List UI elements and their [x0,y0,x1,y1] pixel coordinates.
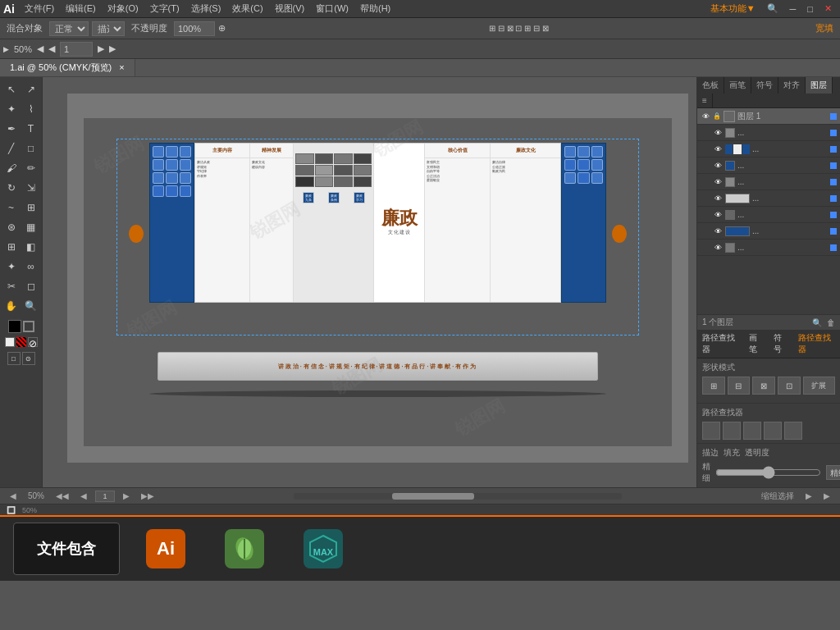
tab-color[interactable]: 路径查找器 [697,330,744,358]
menu-help[interactable]: 帮助(H) [355,1,395,16]
pf-btn-4[interactable] [764,422,782,440]
shape-tool[interactable]: □ [22,139,40,158]
workspace-menu[interactable]: 基本功能▼ [705,1,760,16]
lasso-tool[interactable]: ⌇ [22,100,40,118]
sublayer-1[interactable]: 👁 ... [697,125,840,141]
eraser-tool[interactable]: ◻ [22,277,40,295]
menu-window[interactable]: 窗口(W) [311,1,354,16]
stroke-color[interactable] [23,321,34,332]
sublayer-6-eye[interactable]: 👁 [713,210,723,220]
exclude-btn[interactable]: ⊡ [778,377,801,395]
eyedropper-tool[interactable]: ✦ [2,258,21,276]
h-scrollbar-thumb[interactable] [392,493,474,500]
minus-front-btn[interactable]: ⊟ [728,377,751,395]
page-input[interactable] [60,42,93,57]
tab-align[interactable]: 对齐 [778,77,806,94]
zoom-tool[interactable]: 🔍 [22,297,40,315]
mesh-tool[interactable]: ⊞ [2,238,21,256]
opacity-input[interactable] [174,21,215,36]
zoom-display[interactable]: 50% [25,491,48,500]
pf-btn-3[interactable] [743,422,761,440]
sublayer-7[interactable]: 👁 ... [697,223,840,240]
nav-end[interactable]: ▶▶ [138,491,158,500]
pf-btn-2[interactable] [723,422,741,440]
tab-layers[interactable]: 图层 [806,77,833,94]
blend-tool[interactable]: ∞ [22,258,40,276]
tab-symbol-2[interactable]: 符号 [769,330,793,358]
unite-btn[interactable]: ⊞ [702,377,725,395]
type-tool[interactable]: T [22,120,40,138]
menu-select[interactable]: 选择(S) [186,1,226,16]
status-arrow[interactable]: ◀ [7,491,20,500]
h-scrollbar-track[interactable] [294,493,622,500]
sublayer-5-eye[interactable]: 👁 [713,194,723,203]
nav-next[interactable]: ▶ [98,43,104,54]
line-tool[interactable]: ╱ [2,139,21,158]
sublayer-2-eye[interactable]: 👁 [713,144,723,154]
sublayer-7-eye[interactable]: 👁 [713,226,723,236]
selection-tool[interactable]: ↖ [2,80,21,98]
pen-tool[interactable]: ✒ [2,120,21,138]
menu-text[interactable]: 文字(T) [145,1,185,16]
nav-prev[interactable]: ◀ [37,43,43,54]
layer-visibility-eye[interactable]: 👁 [701,112,710,121]
scale-tool[interactable]: ⇲ [22,179,40,197]
status-arrow-right[interactable]: ▶ [802,491,815,500]
pf-btn-1[interactable] [702,422,720,440]
gradient-tool[interactable]: ◧ [22,238,40,256]
layer-add-btn[interactable]: 🔍 [812,318,822,327]
search-box[interactable]: 🔍 [762,2,783,16]
menu-edit[interactable]: 编辑(E) [61,1,101,16]
close-button[interactable]: ✕ [819,2,837,16]
taskbar-ai-app[interactable]: Ai [133,523,199,575]
right-panel-menu[interactable]: ≡ [697,94,713,107]
menu-view[interactable]: 视图(V) [270,1,310,16]
minimize-button[interactable]: ─ [785,2,801,16]
sublayer-1-eye[interactable]: 👁 [713,128,723,138]
intersect-btn[interactable]: ⊠ [752,377,775,395]
paintbrush-tool[interactable]: 🖌 [2,159,21,177]
column-graph-tool[interactable]: ▦ [22,218,40,236]
fill-color[interactable] [8,320,21,333]
layer-delete-btn[interactable]: 🗑 [827,318,835,327]
maximize-button[interactable]: □ [802,2,818,16]
menu-effect[interactable]: 效果(C) [227,1,267,16]
scissors-tool[interactable]: ✂ [2,277,21,295]
sublayer-6[interactable]: 👁 ... [697,207,840,223]
sublayer-8-eye[interactable]: 👁 [713,243,723,253]
design-canvas[interactable]: 主要内容 廉洁从政讲规矩守纪律作表率 精神发展 廉政文化建设内容 [84,118,672,446]
menu-file[interactable]: 文件(F) [20,1,59,16]
tab-close[interactable]: × [119,62,124,72]
tab-stroke-2[interactable]: 画笔 [744,330,769,358]
magic-wand-tool[interactable]: ✦ [2,100,21,118]
nav-start[interactable]: ◀◀ [52,491,72,500]
menu-object[interactable]: 对象(O) [103,1,144,16]
taskbar-green-app[interactable] [212,523,277,575]
blend-mode-select[interactable]: 正常 [49,21,89,36]
opt-stroke[interactable]: 描边 [702,447,719,459]
taskbar-max-app[interactable]: MAX [290,523,356,575]
file-tab[interactable]: 1.ai @ 50% (CMYK/预览) × [0,59,135,76]
sublayer-3[interactable]: 👁 ... [697,158,840,174]
nav-next2[interactable]: ▶ [109,43,116,54]
nav-prev2[interactable]: ◀ [48,43,55,54]
warp-tool[interactable]: ~ [2,199,21,217]
layer-lock[interactable]: 🔒 [713,112,721,120]
style-select[interactable]: 描边 [92,21,125,36]
tab-symbol[interactable]: 符号 [751,77,778,94]
scroll-right-arrow[interactable]: ▶ [820,491,833,500]
page-num-input[interactable] [95,491,115,502]
tab-swatch[interactable]: 色板 [697,77,724,94]
opt-fill[interactable]: 填充 [724,447,740,459]
direct-selection-tool[interactable]: ↗ [22,80,40,98]
rotate-tool[interactable]: ↻ [2,179,21,197]
sublayer-4-eye[interactable]: 👁 [713,177,723,187]
sublayer-3-eye[interactable]: 👁 [713,161,723,171]
drawing-mode-btn[interactable]: ⊙ [22,352,35,365]
tab-brush[interactable]: 画笔 [724,77,751,94]
pf-btn-5[interactable] [784,422,802,440]
hand-tool[interactable]: ✋ [2,297,21,315]
sublayer-4[interactable]: 👁 ... [697,174,840,190]
normal-mode-btn[interactable]: □ [7,352,21,365]
expand-btn[interactable]: 扩展 [803,377,835,395]
